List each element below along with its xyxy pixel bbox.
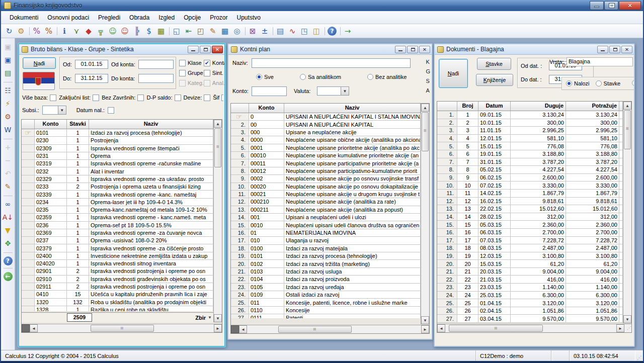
blagajna-find-button[interactable]: Nađi (439, 59, 468, 88)
naziv-header[interactable]: Naziv (89, 120, 213, 129)
stavke-button[interactable]: Stavke (477, 58, 511, 70)
table-row[interactable]: 26. 0110 Koncesije (231, 307, 421, 314)
scroll-up-icon[interactable]: ▲ (421, 104, 429, 112)
sidebar-icon[interactable] (3, 194, 14, 198)
table-row[interactable]: 10. 00020 Neuplaćene upisane akcije po o… (231, 183, 421, 191)
table-row[interactable]: 8. 8 05.02.15 4.227,54 4.227,54 (437, 166, 623, 174)
potrazuje-header[interactable]: Potražuje (566, 102, 619, 111)
filter-checkbox[interactable]: Zaključni list: (59, 95, 99, 101)
table-row[interactable]: 27. 0111 Patenti (231, 314, 421, 318)
menu-item[interactable]: Obrada (125, 12, 154, 23)
konto-input[interactable] (252, 86, 287, 96)
toolbar-icon[interactable] (338, 26, 342, 37)
filter-icon[interactable]: ▼ (3, 225, 14, 236)
analitika-radio[interactable]: Sve (256, 73, 274, 81)
table-row[interactable]: 8. 00012 Neuplaćene upisane participativ… (231, 167, 421, 175)
archive-icon[interactable]: ▤ (3, 67, 14, 78)
table-row[interactable]: 16. 01 NEMATERIJALNA IMOVINA (231, 229, 421, 237)
import-table-icon[interactable]: ⇤ (183, 26, 195, 37)
table-row[interactable]: 17. 010 Ulaganja u razvoj (231, 237, 421, 244)
table-row[interactable]: 14. 14 28.02.15 312,00 312,00 (437, 213, 623, 221)
table-row[interactable]: 0235 1 Oprema-kanc.nameštaj od metala 10… (22, 206, 213, 214)
scroll-thumb[interactable] (624, 110, 631, 149)
table-row[interactable]: 0234 1 Oprema-laser jet iii hp 109-4-0 1… (22, 199, 213, 206)
table-row[interactable]: 11. 00021 Neuplaćene upisane akcije u dr… (231, 191, 421, 198)
scope-checkbox[interactable]: Grupe (179, 68, 204, 78)
scope-checkbox[interactable]: Sint. (204, 68, 224, 78)
chart-window-icon[interactable]: ▦ (219, 26, 231, 37)
table-row[interactable]: 19. 0101 Izdaci za razvoj procesa (tehno… (231, 252, 421, 260)
toolbar-icon[interactable] (271, 26, 274, 37)
table-row[interactable]: 1320 132 Roba u skladištu (analitika po … (22, 299, 213, 306)
scroll-down-icon[interactable]: ▼ (214, 314, 222, 322)
scope-checkbox[interactable]: Anal. (204, 78, 224, 88)
table-row[interactable]: 27. 27 03.04.15 9.570,00 9.570,00 (437, 315, 623, 323)
table-row[interactable]: 0236 1 Oprema-sef pt 18 109-5-0 15.5% (22, 222, 213, 229)
menu-item[interactable]: Uputstvo (232, 12, 265, 23)
bruto-maximize-button[interactable] (200, 46, 211, 53)
table-row[interactable]: 02319 1 Ispravka vrednosti opreme -račun… (22, 160, 213, 167)
scroll-right-icon[interactable]: ► (421, 325, 429, 333)
toolbar-icon[interactable] (27, 26, 31, 37)
table-row[interactable]: 02901 2 Ispravka vrednosti postrojenja i… (22, 267, 213, 275)
table-row[interactable]: 02400 1 Investicione nekretnine zemljišt… (22, 252, 213, 260)
table-row[interactable]: 23. 0105 Izdaci za razvoj uređaja (231, 284, 421, 291)
scroll-thumb[interactable] (422, 112, 429, 151)
subsi-combo[interactable]: ▼ (42, 106, 66, 115)
od-konta-input[interactable] (138, 60, 174, 69)
scroll-left-icon[interactable]: ◄ (30, 324, 38, 332)
scope-checkbox[interactable]: Konta (204, 58, 224, 68)
tree-branch-icon[interactable]: ⋎ (70, 26, 83, 37)
table-row[interactable]: 25. 25 01.04.15 3.120,00 3.120,00 (437, 299, 623, 307)
exit-icon[interactable]: → (342, 26, 354, 37)
table-row[interactable]: 1. 0 UPISANI A NEUPLAĆENI KAPITAL I STAL… (231, 113, 421, 121)
table-row[interactable]: 0231 1 Oprema (22, 152, 213, 160)
table-row[interactable]: 02359 1 Ispravka vrednosti opreme - kanc… (22, 214, 213, 221)
scroll-thumb[interactable] (214, 128, 221, 167)
view-radio[interactable]: Stavke (596, 80, 621, 86)
copy-window-icon[interactable]: ◱ (171, 26, 183, 37)
toolbar-help-icon[interactable]: ? (328, 27, 337, 36)
folder-view-icon[interactable]: ◎ (231, 26, 243, 37)
table-row[interactable]: 13. 000211 Neuplaćene upisane akcije (an… (231, 206, 421, 214)
menu-item[interactable]: Pregledi (94, 12, 125, 23)
blagajna-vscrollbar[interactable]: ▲ ▼ (623, 102, 631, 323)
table-row[interactable]: 13. 13 22.02.15 15.012,60 15.012,60 (437, 205, 623, 213)
konto-header[interactable]: Konto (35, 120, 67, 129)
print-flash-icon[interactable]: ⚡ (3, 98, 14, 109)
table-row[interactable]: 0232 1 Alat i inventar (22, 167, 213, 175)
table-row[interactable]: 21. 0103 Izdaci za razvoj usluga (231, 268, 421, 276)
spreadsheet-percent-icon[interactable]: ▦ (155, 26, 167, 37)
table-row[interactable]: 16. 16 06.03.15 2.700,00 2.700,00 (437, 229, 623, 237)
kontni-maximize-button[interactable] (407, 46, 418, 53)
blagajna-hscrollbar[interactable]: ◄ ► ⋰ (437, 324, 631, 332)
bruto-close-button[interactable]: ✕ (212, 46, 223, 53)
add-icon[interactable]: + (3, 142, 14, 153)
sidebar-icon[interactable] (3, 137, 14, 141)
table-row[interactable]: 7. 00011 Neuplaćene upisane participativ… (231, 159, 421, 167)
user-green-icon[interactable]: ☺ (107, 26, 119, 37)
edit-icon[interactable]: ✎ (3, 181, 14, 192)
expand-icon[interactable]: ✥ (3, 238, 14, 249)
journal-percent-icon[interactable]: % (43, 26, 55, 37)
undo-icon[interactable]: ↶ (3, 168, 14, 179)
print-settings-icon[interactable]: ⚙ (3, 111, 14, 122)
blagajna-titlebar[interactable]: Dokumenti - Blagajna ✕ (435, 44, 634, 55)
maximize-button[interactable] (604, 1, 618, 10)
table-row[interactable]: 1. 1 09.01.15 3.130,24 3.130,24 (437, 111, 623, 119)
sort-az-icon[interactable]: A↓ (3, 212, 14, 223)
word-export-icon[interactable]: W (3, 124, 14, 135)
table-row[interactable]: 0237 1 Oprema -usisivač 108-0-2 20% (22, 237, 213, 244)
naziv-header[interactable]: Naziv (284, 104, 421, 113)
bruto-minimize-button[interactable] (188, 46, 199, 53)
document-info-icon[interactable]: ℹ (58, 26, 70, 37)
table-row[interactable]: 24. 24 25.03.15 6.300,00 6.300,00 (437, 292, 623, 300)
table-row[interactable]: 9. 0002 Neuplaćene upisane akcije po osn… (231, 175, 421, 183)
lock-icon[interactable]: ⊠ (247, 26, 259, 37)
report-refresh-icon[interactable]: ↻ (3, 26, 15, 37)
table-row[interactable]: 0410 15 Učešća u kapitalu pridruženih pr… (22, 291, 213, 298)
table-row[interactable]: 11. 11 14.02.15 1.867,79 1.867,79 (437, 190, 623, 198)
toolbar-icon[interactable] (323, 26, 326, 37)
scroll-left-icon[interactable]: ◄ (239, 325, 247, 333)
table-row[interactable]: 24. 0109 Ostali izdaci za razvoj (231, 291, 421, 299)
